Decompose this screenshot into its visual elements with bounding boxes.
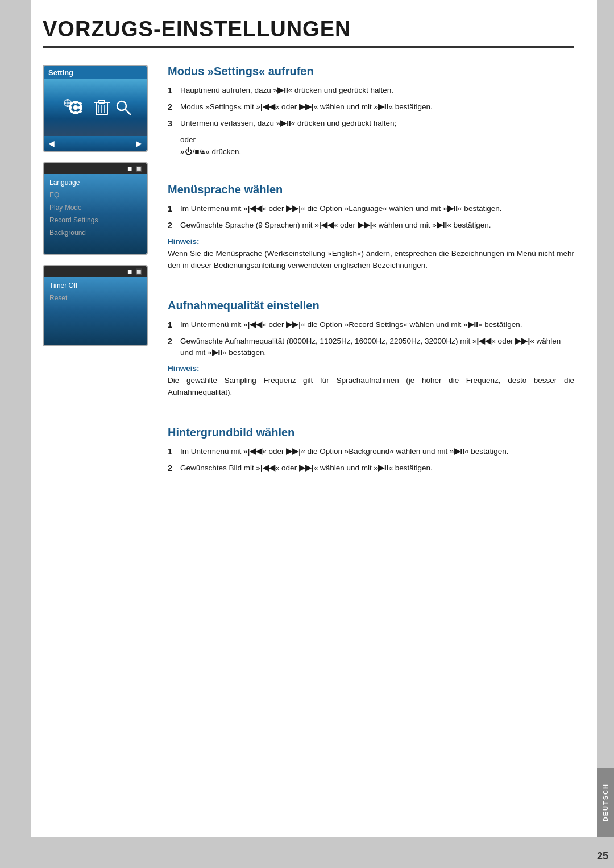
menu-list: Language EQ Play Mode Record Settings Ba… — [44, 174, 147, 241]
device1-body — [44, 79, 147, 136]
device-mockup-1: Setting — [43, 65, 148, 152]
svg-rect-2 — [74, 101, 77, 104]
svg-rect-3 — [74, 111, 77, 114]
section2-steps: 1 Im Untermenü mit »|◀◀« oder ▶▶|« die O… — [168, 203, 574, 232]
oder-text: oder — [180, 135, 574, 144]
instructions-column: Modus »Settings« aufrufen 1 Hauptmenü au… — [168, 65, 574, 480]
svg-point-22 — [117, 101, 126, 110]
svg-point-1 — [73, 105, 78, 110]
device1-settings-icons — [60, 95, 131, 121]
menu-item-eq: EQ — [44, 189, 147, 201]
right-sidebar — [597, 0, 614, 868]
section4-step1: 1 Im Untermenü mit »|◀◀« oder ▶▶|« die O… — [168, 446, 574, 458]
language-label: DEUTSCH — [597, 768, 614, 837]
device3-header: ⏹ 🔲 — [44, 266, 147, 277]
menu-item-play-mode: Play Mode — [44, 201, 147, 214]
section3-note-text: Die gewählte Sampling Frequenz gilt für … — [168, 375, 574, 399]
divider3 — [168, 404, 574, 415]
svg-rect-5 — [78, 106, 81, 109]
bottom-bar — [31, 837, 597, 868]
svg-rect-13 — [67, 105, 69, 107]
device3-header-icons: ⏹ 🔲 — [127, 268, 142, 275]
device3-menu-item-reset: Reset — [44, 292, 147, 304]
device2-header: ⏹ 🔲 — [44, 163, 147, 174]
svg-point-11 — [66, 101, 69, 104]
device1-footer: ◀ ▶ — [44, 136, 147, 151]
section2-heading: Menüsprache wählen — [168, 183, 574, 196]
nav-right-arrow: ▶ — [136, 139, 142, 148]
nav-left-arrow: ◀ — [48, 139, 55, 148]
device1-header: Setting — [44, 66, 147, 79]
section1-step1: 1 Hauptmenü aufrufen, dazu »▶II« drücken… — [168, 85, 574, 97]
menu-item-background: Background — [44, 226, 147, 239]
section3-step1: 1 Im Untermenü mit »|◀◀« oder ▶▶|« die O… — [168, 319, 574, 331]
section2-note-text: Wenn Sie die Menüsprache (Werkseinstellu… — [168, 248, 574, 272]
device-mockup-3: ⏹ 🔲 Timer Off Reset — [43, 265, 148, 346]
page-number: 25 — [594, 850, 611, 862]
main-content: VORZUGS-EINSTELLUNGEN Setting — [31, 0, 597, 837]
section3-heading: Aufnahmequalität einstellen — [168, 299, 574, 312]
trash-icon — [94, 98, 110, 118]
device3-menu-item-timer: Timer Off — [44, 279, 147, 292]
page-title: VORZUGS-EINSTELLUNGEN — [43, 17, 574, 48]
divider1 — [168, 162, 574, 172]
section2-step1: 1 Im Untermenü mit »|◀◀« oder ▶▶|« die O… — [168, 203, 574, 215]
device2-menu: Language EQ Play Mode Record Settings Ba… — [44, 174, 147, 254]
left-sidebar — [0, 0, 31, 868]
device3-body: Timer Off Reset — [44, 277, 147, 345]
section3-steps: 1 Im Untermenü mit »|◀◀« oder ▶▶|« die O… — [168, 319, 574, 359]
menu-item-language: Language — [44, 176, 147, 189]
section4-steps: 1 Im Untermenü mit »|◀◀« oder ▶▶|« die O… — [168, 446, 574, 474]
device-screenshots: Setting — [43, 65, 154, 480]
svg-rect-4 — [69, 106, 72, 109]
section1-step3: 3 Untermenü verlassen, dazu »▶II« drücke… — [168, 118, 574, 130]
section3-step2: 2 Gewünschte Aufnahmequalität (8000Hz, 1… — [168, 336, 574, 359]
device-mockup-2: ⏹ 🔲 Language EQ Play Mode Record Setting… — [43, 162, 148, 255]
device3-menu-list: Timer Off Reset — [44, 277, 147, 307]
svg-rect-12 — [67, 99, 69, 101]
section1-heading: Modus »Settings« aufrufen — [168, 65, 574, 78]
icon-text: »⏻/■/⏏« drücken. — [180, 147, 574, 156]
svg-rect-15 — [69, 102, 71, 104]
device1-title: Setting — [48, 68, 73, 77]
menu-item-record-settings: Record Settings — [44, 214, 147, 226]
section4-step2: 2 Gewünschtes Bild mit »|◀◀« oder ▶▶|« w… — [168, 462, 574, 474]
section2-note-label: Hinweis: — [168, 237, 574, 246]
divider2 — [168, 278, 574, 288]
content-layout: Setting — [43, 65, 574, 480]
section1-steps: 1 Hauptmenü aufrufen, dazu »▶II« drücken… — [168, 85, 574, 130]
gear-icon-1 — [60, 95, 88, 121]
section1-step2: 2 Modus »Settings« mit »|◀◀« oder ▶▶|« w… — [168, 101, 574, 113]
svg-line-23 — [125, 109, 131, 115]
section4-heading: Hintergrundbild wählen — [168, 426, 574, 439]
search-icon — [115, 100, 131, 115]
svg-rect-14 — [64, 102, 66, 104]
section2-step2: 2 Gewünschte Sprache (9 Sprachen) mit »|… — [168, 220, 574, 232]
device2-header-icons: ⏹ 🔲 — [127, 166, 142, 172]
section3-note-label: Hinweis: — [168, 364, 574, 373]
